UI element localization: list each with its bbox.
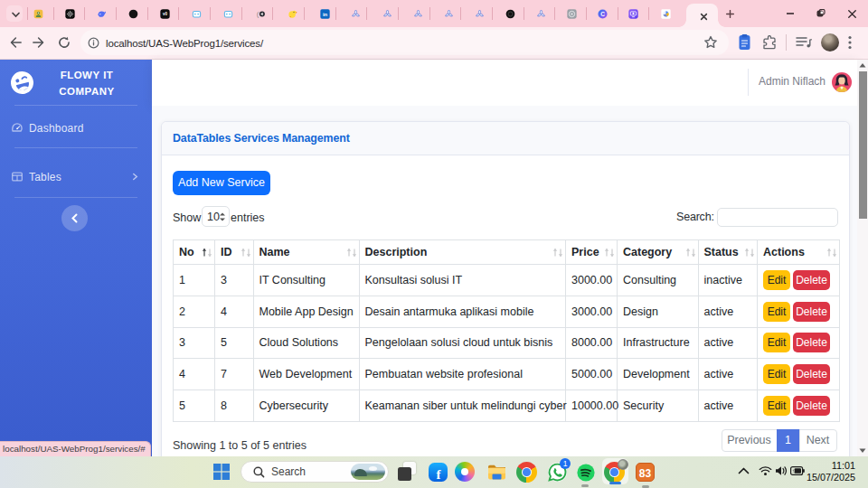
svg-text:(: ( (256, 10, 259, 18)
svg-text:83: 83 (639, 467, 652, 480)
svg-text:C: C (600, 10, 605, 16)
svg-text:v0: v0 (163, 12, 167, 16)
svg-text:in: in (322, 11, 327, 16)
